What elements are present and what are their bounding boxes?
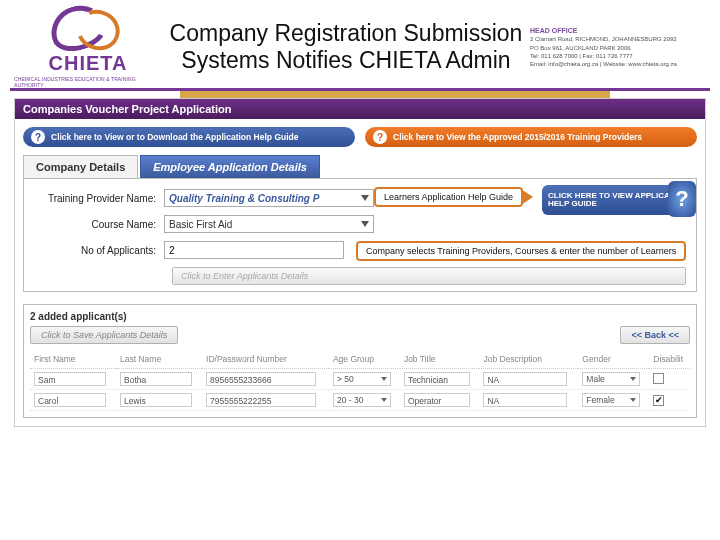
chevron-down-icon <box>381 377 387 381</box>
provider-value: Quality Training & Consulting P <box>169 193 319 204</box>
id-number-input[interactable]: 7955555222255 <box>206 393 316 407</box>
tab-employee-application-details[interactable]: Employee Application Details <box>140 155 320 178</box>
logo-word: CHIETA <box>49 52 128 75</box>
back-button[interactable]: << Back << <box>620 326 690 344</box>
job-title-input[interactable]: Technician <box>404 372 470 386</box>
job-description-input[interactable]: NA <box>483 393 567 407</box>
first-name-input[interactable]: Carol <box>34 393 106 407</box>
slide-header: CHIETA CHEMICAL INDUSTRIES EDUCATION & T… <box>0 0 720 88</box>
logo-swirl-icon <box>48 8 128 50</box>
title-line-2: Systems Notifies CHIETA Admin <box>162 47 530 74</box>
course-name-select[interactable]: Basic First Aid <box>164 215 374 233</box>
download-help-guide-button[interactable]: ? Click here to View or to Download the … <box>23 127 355 147</box>
applicants-help-guide-button[interactable]: CLICK HERE TO VIEW APPLICANTS HELP GUIDE… <box>542 185 690 215</box>
header-divider <box>10 88 710 98</box>
added-count-label: 2 added applicant(s) <box>30 311 690 322</box>
col-disability: Disabilit <box>649 350 690 369</box>
applicants-label: No of Applicants: <box>34 245 164 256</box>
employee-tab-body: CLICK HERE TO VIEW APPLICANTS HELP GUIDE… <box>23 178 697 292</box>
table-row: SamBotha8956555233666> 50TechnicianNAMal… <box>30 369 690 390</box>
logo-tagline: CHEMICAL INDUSTRIES EDUCATION & TRAINING… <box>14 76 162 88</box>
question-icon: ? <box>668 181 696 217</box>
contact-line: PO Box 961, AUCKLAND PARK 2006 <box>530 44 706 52</box>
job-description-input[interactable]: NA <box>483 372 567 386</box>
contact-line: Email: info@chieta.org.za | Website: www… <box>530 60 706 68</box>
disability-checkbox[interactable]: ✔ <box>653 395 664 406</box>
enter-applicants-details-button[interactable]: Click to Enter Applicants Details <box>172 267 686 285</box>
disability-checkbox[interactable] <box>653 373 664 384</box>
col-job-title: Job Title <box>400 350 480 369</box>
chevron-down-icon <box>630 398 636 402</box>
tab-company-details[interactable]: Company Details <box>23 155 138 178</box>
table-row: CarolLewis795555522225520 - 30OperatorNA… <box>30 390 690 411</box>
course-label: Course Name: <box>34 219 164 230</box>
chevron-down-icon <box>630 377 636 381</box>
last-name-input[interactable]: Lewis <box>120 393 192 407</box>
gender-select[interactable]: Male <box>582 372 640 386</box>
title-line-1: Company Registration Submission <box>162 20 530 47</box>
view-training-providers-button[interactable]: ? Click here to View the Approved 2015/2… <box>365 127 697 147</box>
guide-left-label: Click here to View or to Download the Ap… <box>51 132 298 142</box>
job-title-input[interactable]: Operator <box>404 393 470 407</box>
col-age-group: Age Group <box>329 350 400 369</box>
tab-row: Company Details Employee Application Det… <box>15 155 705 178</box>
last-name-input[interactable]: Botha <box>120 372 192 386</box>
first-name-input[interactable]: Sam <box>34 372 106 386</box>
provider-label: Training Provider Name: <box>34 193 164 204</box>
training-provider-select[interactable]: Quality Training & Consulting P <box>164 189 374 207</box>
col-last-name: Last Name <box>116 350 202 369</box>
callout-learners-guide: Learners Application Help Guide <box>374 187 523 207</box>
contact-heading: HEAD OFFICE <box>530 26 706 35</box>
age-group-select[interactable]: 20 - 30 <box>333 393 391 407</box>
question-icon: ? <box>373 130 387 144</box>
save-row: Click to Save Applicants Details << Back… <box>30 326 690 344</box>
course-value: Basic First Aid <box>169 219 232 230</box>
applicants-value: 2 <box>169 245 175 256</box>
guide-row: ? Click here to View or to Download the … <box>15 119 705 155</box>
added-applicants-block: 2 added applicant(s) Click to Save Appli… <box>23 304 697 418</box>
chevron-down-icon <box>381 398 387 402</box>
question-icon: ? <box>31 130 45 144</box>
age-group-select[interactable]: > 50 <box>333 372 391 386</box>
application-panel: Companies Voucher Project Application ? … <box>14 98 706 427</box>
col-first-name: First Name <box>30 350 116 369</box>
id-number-input[interactable]: 8956555233666 <box>206 372 316 386</box>
panel-title: Companies Voucher Project Application <box>15 99 705 119</box>
col-job-description: Job Description <box>479 350 578 369</box>
course-row: Course Name: Basic First Aid <box>34 215 686 233</box>
callout-company-selects: Company selects Training Providers, Cour… <box>356 241 686 261</box>
chevron-down-icon <box>361 195 369 201</box>
chevron-down-icon <box>361 221 369 227</box>
no-of-applicants-input[interactable]: 2 <box>164 241 344 259</box>
contact-info: HEAD OFFICE 2 Clamart Road, RICHMOND, JO… <box>530 8 706 68</box>
contact-line: 2 Clamart Road, RICHMOND, JOHANNESBURG 2… <box>530 35 706 43</box>
slide-title: Company Registration Submission Systems … <box>162 8 530 74</box>
applicants-table: First Name Last Name ID/Password Number … <box>30 350 690 411</box>
table-header-row: First Name Last Name ID/Password Number … <box>30 350 690 369</box>
save-applicants-details-button[interactable]: Click to Save Applicants Details <box>30 326 178 344</box>
col-gender: Gender <box>578 350 649 369</box>
gender-select[interactable]: Female <box>582 393 640 407</box>
chieta-logo: CHIETA CHEMICAL INDUSTRIES EDUCATION & T… <box>14 8 162 88</box>
guide-right-label: Click here to View the Approved 2015/201… <box>393 132 642 142</box>
contact-line: Tel: 011 628 7000 | Fax: 011 726 7777 <box>530 52 706 60</box>
col-id-number: ID/Password Number <box>202 350 329 369</box>
